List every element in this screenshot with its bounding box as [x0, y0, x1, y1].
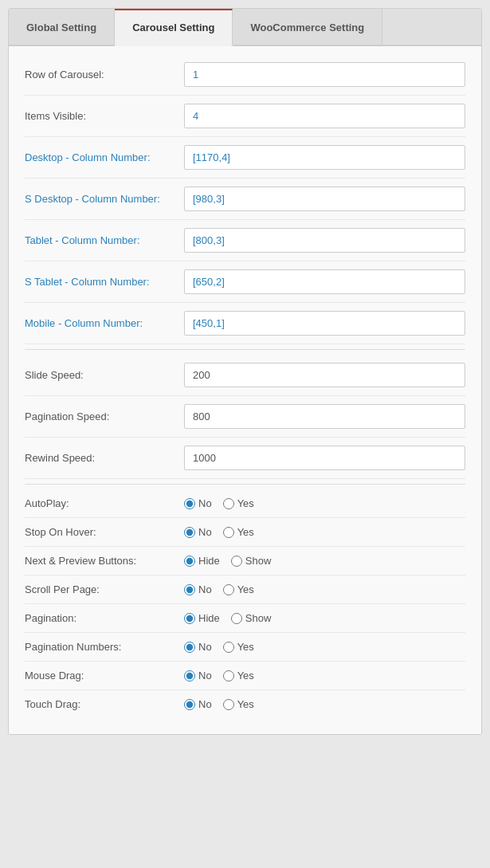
radio-stop-on-hover-no-input[interactable] — [184, 527, 195, 538]
radio-pagination-numbers-no[interactable]: No — [184, 641, 212, 653]
row-slide-speed: Slide Speed: — [25, 355, 465, 396]
tab-woocommerce[interactable]: WooCommerce Setting — [233, 9, 382, 45]
row-next-preview-buttons: Next & Preview Buttons: Hide Show — [25, 547, 465, 575]
slide-speed-field[interactable] — [184, 363, 465, 387]
tablet-column-field[interactable] — [184, 228, 465, 253]
input-mobile-column[interactable] — [184, 311, 465, 336]
radio-pagination-hide[interactable]: Hide — [184, 612, 220, 624]
radio-pagination-numbers: No Yes — [184, 641, 465, 653]
radio-touch-drag-no[interactable]: No — [184, 698, 212, 710]
radio-next-preview-show[interactable]: Show — [231, 555, 272, 567]
settings-container: Global Setting Carousel Setting WooComme… — [8, 8, 482, 735]
tabs-bar: Global Setting Carousel Setting WooComme… — [9, 9, 481, 46]
radio-touch-drag-no-label: No — [198, 698, 212, 710]
label-tablet-column: Tablet - Column Number: — [25, 234, 184, 246]
radio-pagination-numbers-yes-input[interactable] — [223, 642, 234, 653]
radio-scroll-per-page-yes-input[interactable] — [223, 584, 234, 595]
radio-next-preview-show-label: Show — [245, 555, 272, 567]
radio-pagination-numbers-no-label: No — [198, 641, 212, 653]
radio-stop-on-hover-yes[interactable]: Yes — [223, 526, 254, 538]
radio-touch-drag-yes[interactable]: Yes — [223, 698, 254, 710]
row-of-carousel-field[interactable] — [184, 62, 465, 87]
radio-mouse-drag-no[interactable]: No — [184, 670, 212, 681]
input-desktop-column[interactable] — [184, 145, 465, 170]
radio-next-preview-buttons: Hide Show — [184, 555, 465, 567]
row-stop-on-hover: Stop On Hover: No Yes — [25, 518, 465, 547]
radio-scroll-per-page: No Yes — [184, 583, 465, 595]
label-pagination-speed: Pagination Speed: — [25, 410, 184, 422]
label-touch-drag: Touch Drag: — [25, 698, 184, 710]
radio-next-preview-show-input[interactable] — [231, 556, 242, 567]
s-tablet-column-field[interactable] — [184, 269, 465, 294]
radio-mouse-drag-no-label: No — [198, 670, 212, 681]
label-mobile-column: Mobile - Column Number: — [25, 317, 184, 329]
radio-pagination-numbers-no-input[interactable] — [184, 642, 195, 653]
radio-pagination: Hide Show — [184, 612, 465, 624]
label-autoplay: AutoPlay: — [25, 497, 184, 509]
row-autoplay: AutoPlay: No Yes — [25, 489, 465, 518]
radio-next-preview-hide-input[interactable] — [184, 556, 195, 567]
radio-autoplay-no-input[interactable] — [184, 498, 195, 509]
input-slide-speed[interactable] — [184, 363, 465, 387]
radio-autoplay-yes[interactable]: Yes — [223, 497, 254, 509]
desktop-column-field[interactable] — [184, 145, 465, 170]
radio-touch-drag-no-input[interactable] — [184, 699, 195, 710]
label-s-desktop-column: S Desktop - Column Number: — [25, 193, 184, 205]
label-s-tablet-column: S Tablet - Column Number: — [25, 276, 184, 288]
tab-global[interactable]: Global Setting — [9, 9, 115, 45]
radio-stop-on-hover-yes-label: Yes — [237, 526, 254, 538]
input-pagination-speed[interactable] — [184, 404, 465, 429]
radio-pagination-show[interactable]: Show — [231, 612, 272, 624]
radio-scroll-per-page-no[interactable]: No — [184, 583, 212, 595]
radio-next-preview-hide[interactable]: Hide — [184, 555, 220, 567]
radio-mouse-drag: No Yes — [184, 670, 465, 681]
input-s-desktop-column[interactable] — [184, 187, 465, 211]
row-s-desktop-column: S Desktop - Column Number: — [25, 179, 465, 220]
radio-scroll-per-page-no-input[interactable] — [184, 584, 195, 595]
row-pagination-speed: Pagination Speed: — [25, 396, 465, 438]
rewind-speed-field[interactable] — [184, 446, 465, 470]
radio-pagination-numbers-yes[interactable]: Yes — [223, 641, 254, 653]
row-mouse-drag: Mouse Drag: No Yes — [25, 662, 465, 690]
items-visible-field[interactable] — [184, 104, 465, 128]
input-row-of-carousel[interactable] — [184, 62, 465, 87]
radio-pagination-hide-label: Hide — [198, 612, 220, 624]
radio-scroll-per-page-yes[interactable]: Yes — [223, 583, 254, 595]
label-slide-speed: Slide Speed: — [25, 369, 184, 381]
radio-autoplay-yes-input[interactable] — [223, 498, 234, 509]
label-next-preview-buttons: Next & Preview Buttons: — [25, 555, 184, 567]
input-tablet-column[interactable] — [184, 228, 465, 253]
pagination-speed-field[interactable] — [184, 404, 465, 429]
radio-mouse-drag-yes-input[interactable] — [223, 670, 234, 681]
label-pagination-numbers: Pagination Numbers: — [25, 641, 184, 653]
input-rewind-speed[interactable] — [184, 446, 465, 470]
label-desktop-column: Desktop - Column Number: — [25, 151, 184, 163]
radio-touch-drag-yes-input[interactable] — [223, 699, 234, 710]
radio-stop-on-hover-no-label: No — [198, 526, 212, 538]
radio-pagination-show-input[interactable] — [231, 613, 242, 624]
row-rewind-speed: Rewind Speed: — [25, 438, 465, 479]
row-pagination-numbers: Pagination Numbers: No Yes — [25, 633, 465, 662]
radio-scroll-per-page-yes-label: Yes — [237, 583, 254, 595]
radio-mouse-drag-yes-label: Yes — [237, 670, 254, 681]
row-pagination: Pagination: Hide Show — [25, 604, 465, 633]
radio-stop-on-hover-yes-input[interactable] — [223, 527, 234, 538]
radio-next-preview-hide-label: Hide — [198, 555, 220, 567]
radio-mouse-drag-yes[interactable]: Yes — [223, 670, 254, 681]
row-mobile-column: Mobile - Column Number: — [25, 303, 465, 344]
label-row-of-carousel: Row of Carousel: — [25, 69, 184, 81]
radio-pagination-hide-input[interactable] — [184, 613, 195, 624]
input-items-visible[interactable] — [184, 104, 465, 128]
radio-autoplay-no[interactable]: No — [184, 497, 212, 509]
s-desktop-column-field[interactable] — [184, 187, 465, 211]
radio-autoplay-no-label: No — [198, 497, 212, 509]
label-stop-on-hover: Stop On Hover: — [25, 526, 184, 538]
divider-1 — [25, 349, 465, 350]
radio-mouse-drag-no-input[interactable] — [184, 670, 195, 681]
radio-stop-on-hover-no[interactable]: No — [184, 526, 212, 538]
tab-carousel[interactable]: Carousel Setting — [115, 9, 233, 46]
mobile-column-field[interactable] — [184, 311, 465, 336]
input-s-tablet-column[interactable] — [184, 269, 465, 294]
label-rewind-speed: Rewind Speed: — [25, 452, 184, 464]
form-content: Row of Carousel: Items Visible: Desktop … — [9, 46, 481, 734]
